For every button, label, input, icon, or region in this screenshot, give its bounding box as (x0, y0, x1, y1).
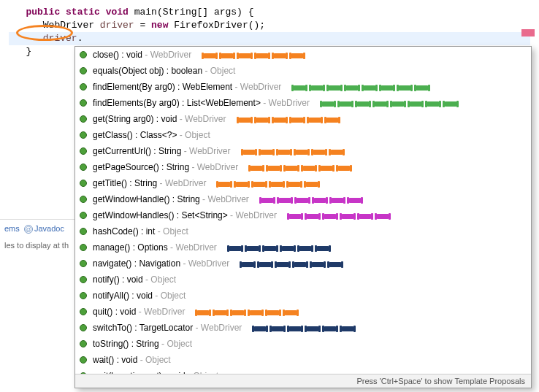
suggestion-item[interactable]: close() : void - WebDriver (75, 47, 531, 63)
method-icon (80, 115, 87, 123)
suggestion-label: get(String arg0) : void - WebDriver (93, 114, 226, 124)
suggestion-label: getClass() : Class<?> - Object (93, 130, 210, 140)
annotation-dashes (229, 246, 329, 251)
suggestion-item[interactable]: getCurrentUrl() : String - WebDriver (75, 143, 531, 159)
suggestion-label: getWindowHandle() : String - WebDriver (93, 194, 249, 204)
annotation-dashes (253, 326, 354, 331)
suggestion-label: findElement(By arg0) : WebElement - WebD… (93, 82, 281, 92)
suggestion-label: close() : void - WebDriver (93, 50, 191, 60)
method-icon (80, 147, 87, 155)
method-icon (80, 356, 87, 364)
method-icon (80, 244, 87, 251)
suggestion-list[interactable]: close() : void - WebDriverequals(Object … (75, 47, 531, 374)
method-icon (80, 180, 87, 187)
annotation-dashes (203, 53, 304, 58)
method-icon (80, 164, 87, 171)
annotation-dashes (241, 262, 342, 267)
error-marker (521, 29, 535, 36)
code-line-1: public static void main(String[] args) { (9, 6, 530, 19)
method-icon (80, 308, 87, 315)
suggestion-item[interactable]: findElement(By arg0) : WebElement - WebD… (75, 79, 531, 95)
code-line-2: WebDriver driver = new FirefoxDriver(); (9, 19, 530, 32)
method-icon (80, 292, 87, 299)
suggestion-item[interactable]: getClass() : Class<?> - Object (75, 127, 531, 143)
suggestion-label: hashCode() : int - Object (93, 226, 188, 237)
suggestion-label: getPageSource() : String - WebDriver (93, 162, 238, 172)
annotation-dashes (218, 182, 318, 187)
suggestion-label: getCurrentUrl() : String - WebDriver (93, 146, 231, 156)
method-icon (80, 99, 87, 107)
suggestion-item[interactable]: notify() : void - Object (75, 272, 531, 288)
panel-message: les to display at th (4, 241, 83, 250)
annotation-dashes (242, 150, 343, 155)
method-icon (80, 196, 87, 203)
annotation-dashes (321, 101, 457, 107)
method-icon (80, 212, 87, 219)
suggestion-item[interactable]: notifyAll() : void - Object (75, 288, 531, 304)
method-icon (80, 372, 87, 374)
suggestion-label: manage() : Options - WebDriver (93, 242, 217, 253)
suggestion-item[interactable]: get(String arg0) : void - WebDriver (75, 111, 531, 127)
suggestion-label: findElements(By arg0) : List<WebElement>… (93, 98, 310, 108)
tab-problems[interactable]: ems (4, 224, 20, 233)
suggestion-item[interactable]: wait(long timeout) : void - Object (75, 368, 531, 374)
tab-javadoc[interactable]: Javadoc (34, 224, 64, 233)
method-icon (80, 260, 87, 267)
annotation-dashes (238, 118, 339, 123)
annotation-dashes (293, 85, 429, 91)
suggestion-label: getTitle() : String - WebDriver (93, 178, 206, 188)
suggestion-label: wait(long timeout) : void - Object (93, 371, 218, 374)
popup-footer: Press 'Ctrl+Space' to show Template Prop… (75, 374, 531, 388)
suggestion-item[interactable]: getPageSource() : String - WebDriver (75, 159, 531, 175)
code-line-3: driver. (9, 32, 530, 45)
suggestion-item[interactable]: switchTo() : TargetLocator - WebDriver (75, 320, 531, 336)
suggestion-item[interactable]: quit() : void - WebDriver (75, 304, 531, 320)
annotation-dashes (261, 198, 362, 203)
suggestion-item[interactable]: wait() : void - Object (75, 352, 531, 368)
method-icon (80, 83, 87, 91)
suggestion-item[interactable]: equals(Object obj) : boolean - Object (75, 63, 531, 79)
method-icon (80, 131, 87, 139)
javadoc-icon: @ (24, 225, 33, 234)
method-icon (80, 51, 87, 58)
annotation-dashes (196, 310, 297, 315)
suggestion-label: toString() : String - Object (93, 339, 192, 349)
suggestion-item[interactable]: hashCode() : int - Object (75, 223, 531, 239)
method-icon (80, 228, 87, 235)
suggestion-item[interactable]: getWindowHandle() : String - WebDriver (75, 191, 531, 207)
suggestion-item[interactable]: navigate() : Navigation - WebDriver (75, 255, 531, 272)
suggestion-item[interactable]: manage() : Options - WebDriver (75, 239, 531, 255)
suggestion-label: navigate() : Navigation - WebDriver (93, 258, 229, 269)
suggestion-label: quit() : void - WebDriver (93, 307, 185, 317)
method-icon (80, 324, 87, 331)
suggestion-label: notify() : void - Object (93, 274, 176, 285)
annotation-dashes (250, 166, 351, 171)
suggestion-label: switchTo() : TargetLocator - WebDriver (93, 323, 242, 333)
suggestion-item[interactable]: findElements(By arg0) : List<WebElement>… (75, 95, 531, 111)
method-icon (80, 67, 87, 74)
annotation-dashes (288, 214, 389, 219)
suggestion-item[interactable]: toString() : String - Object (75, 336, 531, 352)
suggestion-label: equals(Object obj) : boolean - Object (93, 66, 235, 76)
suggestion-item[interactable]: getTitle() : String - WebDriver (75, 175, 531, 191)
autocomplete-popup: close() : void - WebDriverequals(Object … (74, 46, 532, 388)
method-icon (80, 276, 87, 283)
suggestion-label: notifyAll() : void - Object (93, 291, 186, 301)
suggestion-label: getWindowHandles() : Set<String> - WebDr… (93, 210, 277, 220)
method-icon (80, 340, 87, 347)
suggestion-label: wait() : void - Object (93, 355, 171, 365)
suggestion-item[interactable]: getWindowHandles() : Set<String> - WebDr… (75, 207, 531, 223)
